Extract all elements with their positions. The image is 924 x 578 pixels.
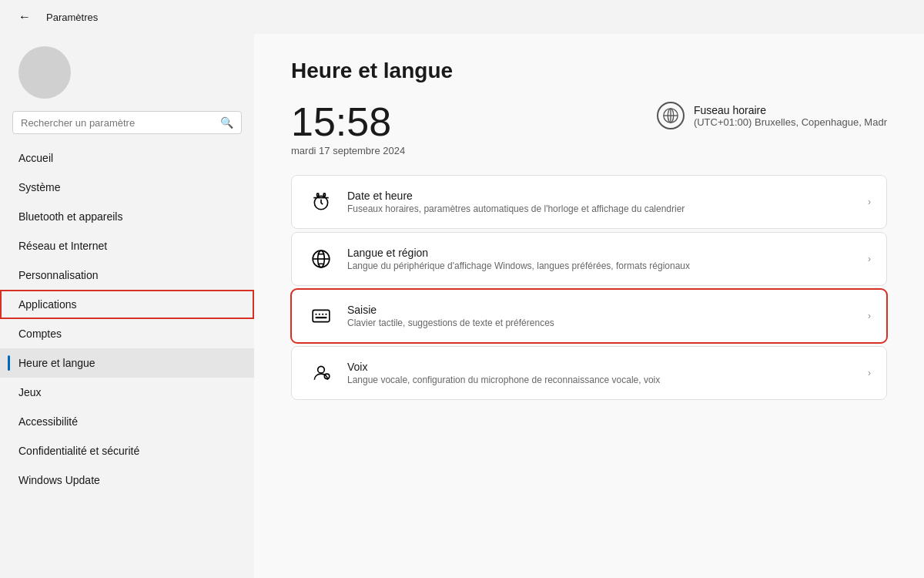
sidebar-item-systeme[interactable]: Système <box>0 173 254 202</box>
card-desc-saisie: Clavier tactile, suggestions de texte et… <box>347 318 554 328</box>
back-icon: ← <box>18 10 31 24</box>
saisie-icon <box>307 302 335 330</box>
card-arrow-langue_region: › <box>868 254 871 264</box>
sidebar-item-bluetooth[interactable]: Bluetooth et appareils <box>0 202 254 231</box>
sidebar-item-confidentialite[interactable]: Confidentialité et sécurité <box>0 436 254 465</box>
card-title-saisie: Saisie <box>347 304 554 316</box>
sidebar-item-jeux[interactable]: Jeux <box>0 378 254 407</box>
page-title: Heure et langue <box>291 59 887 83</box>
card-text-langue_region: Langue et régionLangue du périphérique d… <box>347 247 690 271</box>
sidebar-item-applications[interactable]: Applications <box>0 290 254 319</box>
sidebar-item-accueil[interactable]: Accueil <box>0 143 254 173</box>
sidebar-item-comptes[interactable]: Comptes <box>0 319 254 348</box>
timezone-info: Fuseau horaire (UTC+01:00) Bruxelles, Co… <box>694 104 887 128</box>
sidebar-item-windows_update[interactable]: Windows Update <box>0 465 254 495</box>
card-text-date_heure: Date et heureFuseaux horaires, paramètre… <box>347 190 685 214</box>
search-icon: 🔍 <box>220 116 233 129</box>
card-title-date_heure: Date et heure <box>347 190 685 202</box>
timezone-label: Fuseau horaire <box>694 104 887 116</box>
sidebar-item-personnalisation[interactable]: Personnalisation <box>0 260 254 290</box>
clock-date: mardi 17 septembre 2024 <box>291 145 405 156</box>
card-arrow-voix: › <box>868 368 871 378</box>
card-arrow-date_heure: › <box>868 197 871 207</box>
card-langue_region[interactable]: Langue et régionLangue du périphérique d… <box>291 232 887 286</box>
svg-point-17 <box>318 366 325 373</box>
langue_region-icon <box>307 245 335 273</box>
timezone-icon <box>657 102 685 129</box>
card-desc-langue_region: Langue du périphérique d'affichage Windo… <box>347 260 690 271</box>
clock-left: 15:58 mardi 17 septembre 2024 <box>291 102 405 156</box>
card-arrow-saisie: › <box>868 311 871 321</box>
card-desc-voix: Langue vocale, configuration du micropho… <box>347 375 660 385</box>
avatar <box>18 46 71 99</box>
settings-cards-container: Date et heureFuseaux horaires, paramètre… <box>291 175 887 400</box>
card-title-langue_region: Langue et région <box>347 247 690 259</box>
sidebar-item-heure[interactable]: Heure et langue <box>0 348 254 378</box>
card-saisie[interactable]: SaisieClavier tactile, suggestions de te… <box>291 289 887 343</box>
clock-section: 15:58 mardi 17 septembre 2024 Fuseau hor… <box>291 102 887 156</box>
timezone-value: (UTC+01:00) Bruxelles, Copenhague, Madr <box>694 116 887 128</box>
search-box[interactable]: 🔍 <box>12 111 242 134</box>
search-input[interactable] <box>21 117 214 129</box>
top-bar: ← Paramètres <box>0 0 924 34</box>
sidebar-item-accessibilite[interactable]: Accessibilité <box>0 407 254 436</box>
app-title: Paramètres <box>46 12 98 23</box>
clock-right: Fuseau horaire (UTC+01:00) Bruxelles, Co… <box>657 102 887 129</box>
card-desc-date_heure: Fuseaux horaires, paramètres automatique… <box>347 203 685 214</box>
card-date_heure[interactable]: Date et heureFuseaux horaires, paramètre… <box>291 175 887 229</box>
svg-rect-5 <box>317 193 319 196</box>
svg-rect-6 <box>323 193 325 196</box>
card-voix[interactable]: VoixLangue vocale, configuration du micr… <box>291 346 887 400</box>
nav-list: AccueilSystèmeBluetooth et appareilsRése… <box>0 143 254 495</box>
card-text-voix: VoixLangue vocale, configuration du micr… <box>347 361 660 385</box>
svg-rect-11 <box>313 310 330 321</box>
sidebar: 🔍 AccueilSystèmeBluetooth et appareilsRé… <box>0 34 254 578</box>
sidebar-item-reseau[interactable]: Réseau et Internet <box>0 231 254 260</box>
main-layout: 🔍 AccueilSystèmeBluetooth et appareilsRé… <box>0 34 924 578</box>
card-title-voix: Voix <box>347 361 660 373</box>
voix-icon <box>307 359 335 387</box>
card-text-saisie: SaisieClavier tactile, suggestions de te… <box>347 304 554 328</box>
clock-time: 15:58 <box>291 102 405 142</box>
content-area: Heure et langue 15:58 mardi 17 septembre… <box>254 34 924 578</box>
back-button[interactable]: ← <box>12 5 37 29</box>
date_heure-icon <box>307 188 335 216</box>
